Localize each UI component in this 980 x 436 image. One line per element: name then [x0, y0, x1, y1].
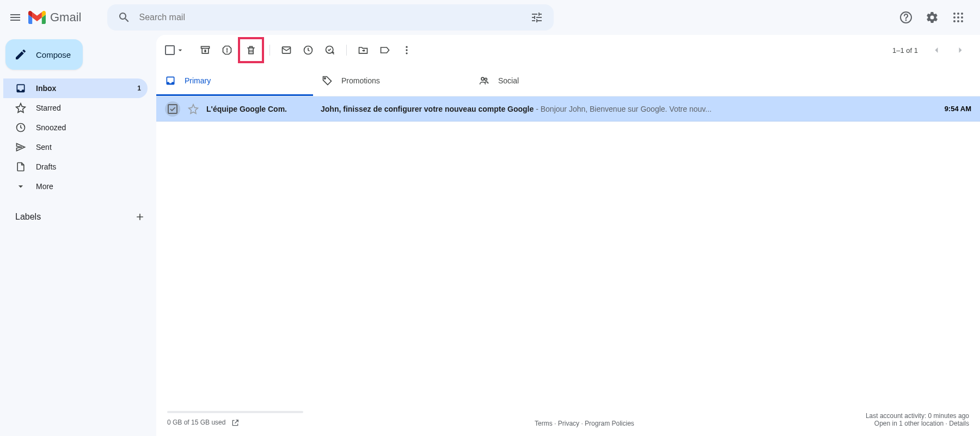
next-page-button[interactable]: [950, 39, 971, 61]
sidebar-item-sent[interactable]: Sent: [3, 137, 148, 157]
svg-point-20: [324, 78, 326, 80]
star-icon: [15, 102, 26, 113]
tab-promotions[interactable]: Promotions: [313, 65, 470, 96]
hamburger-icon: [9, 11, 22, 24]
main-menu-button[interactable]: [4, 7, 26, 28]
apps-button[interactable]: [947, 7, 969, 28]
caret-down-icon[interactable]: [176, 46, 185, 55]
add-task-button[interactable]: [319, 39, 341, 61]
more-vert-icon: [401, 45, 412, 56]
svg-point-4: [961, 13, 963, 15]
email-sender: L'équipe Google Com.: [206, 105, 321, 113]
inbox-icon: [165, 75, 176, 86]
star-toggle[interactable]: [188, 104, 199, 114]
sidebar-item-drafts[interactable]: Drafts: [3, 157, 148, 177]
gear-icon: [926, 11, 939, 24]
labels-title: Labels: [15, 212, 41, 222]
inbox-count: 1: [137, 84, 141, 92]
gmail-logo-text: Gmail: [50, 10, 81, 25]
prev-page-button[interactable]: [926, 39, 947, 61]
email-snippet: Bonjour John, Bienvenue sur Google. Votr…: [541, 105, 712, 113]
tab-label: Primary: [185, 76, 211, 85]
policies-link[interactable]: Program Policies: [585, 420, 634, 427]
svg-point-22: [485, 78, 487, 80]
compose-label: Compose: [36, 50, 71, 59]
search-input[interactable]: [137, 13, 524, 22]
search-options-button[interactable]: [524, 5, 549, 30]
sidebar-item-more[interactable]: More: [3, 177, 148, 196]
select-all-checkbox[interactable]: [165, 45, 175, 55]
header-actions: [895, 7, 976, 28]
footer-activity: Last account activity: 0 minutes ago Ope…: [866, 412, 969, 427]
svg-point-10: [961, 20, 963, 22]
archive-button[interactable]: [194, 39, 216, 61]
app-header: Gmail: [0, 0, 980, 35]
svg-point-8: [953, 20, 955, 22]
apps-grid-icon: [952, 11, 965, 24]
svg-point-13: [227, 52, 228, 52]
email-row[interactable]: L'équipe Google Com. John, finissez de c…: [156, 96, 980, 122]
snooze-button[interactable]: [297, 39, 319, 61]
content-panel: 1–1 of 1 Primary Promotions Social: [156, 35, 980, 436]
storage-text: 0 GB of 15 GB used: [167, 419, 225, 426]
select-all[interactable]: [165, 45, 185, 55]
inbox-icon: [15, 83, 26, 94]
pencil-icon: [14, 48, 27, 61]
svg-point-3: [957, 13, 959, 15]
folder-move-icon: [358, 45, 369, 56]
external-link-button[interactable]: [231, 419, 240, 427]
svg-point-9: [957, 20, 959, 22]
more-button[interactable]: [396, 39, 418, 61]
tune-icon: [530, 11, 543, 24]
tag-icon: [322, 75, 333, 86]
support-button[interactable]: [895, 7, 917, 28]
send-icon: [15, 142, 26, 153]
labels-header: Labels: [3, 209, 156, 225]
archive-icon: [200, 45, 211, 56]
delete-button[interactable]: [240, 39, 262, 61]
chevron-right-icon: [955, 45, 966, 56]
sidebar-item-label: Inbox: [36, 84, 56, 93]
gmail-logo-icon: [28, 11, 46, 24]
activity-text: Last account activity: 0 minutes ago: [866, 412, 969, 420]
star-outline-icon: [188, 104, 199, 114]
settings-button[interactable]: [921, 7, 943, 28]
search-button[interactable]: [112, 5, 137, 30]
sidebar-item-snoozed[interactable]: Snoozed: [3, 118, 148, 137]
sidebar-item-label: Snoozed: [36, 123, 66, 132]
delete-highlight: [238, 37, 264, 63]
svg-point-5: [953, 16, 955, 19]
svg-point-19: [406, 52, 407, 54]
privacy-link[interactable]: Privacy: [558, 420, 579, 427]
mark-unread-button[interactable]: [275, 39, 297, 61]
terms-link[interactable]: Terms: [535, 420, 553, 427]
svg-point-7: [961, 16, 963, 19]
svg-point-21: [481, 77, 484, 80]
details-link[interactable]: Details: [949, 420, 969, 427]
email-subject: John, finissez de configurer votre nouve…: [321, 105, 534, 113]
toolbar-separator: [346, 45, 347, 56]
label-icon: [379, 45, 390, 56]
sidebar-item-inbox[interactable]: Inbox 1: [3, 78, 148, 98]
compose-button[interactable]: Compose: [5, 39, 83, 70]
tab-social[interactable]: Social: [470, 65, 627, 96]
add-label-button[interactable]: [132, 209, 148, 225]
move-to-button[interactable]: [352, 39, 374, 61]
labels-button[interactable]: [374, 39, 396, 61]
clock-icon: [15, 122, 26, 133]
gmail-logo[interactable]: Gmail: [28, 10, 81, 25]
sidebar-item-starred[interactable]: Starred: [3, 98, 148, 118]
tab-primary[interactable]: Primary: [156, 65, 313, 96]
chevron-down-icon: [15, 181, 26, 192]
email-checkbox[interactable]: [165, 101, 180, 117]
svg-point-1: [906, 20, 906, 21]
report-spam-button[interactable]: [216, 39, 238, 61]
sidebar-item-label: Drafts: [36, 162, 56, 171]
main-area: Compose Inbox 1 Starred Snoozed Sent Dra…: [0, 35, 980, 436]
sidebar-item-label: More: [36, 182, 53, 191]
mail-icon: [281, 45, 292, 56]
toolbar-separator: [270, 45, 270, 56]
storage-progress: [167, 411, 303, 413]
email-snippet-sep: -: [534, 105, 540, 113]
spam-icon: [222, 45, 232, 56]
